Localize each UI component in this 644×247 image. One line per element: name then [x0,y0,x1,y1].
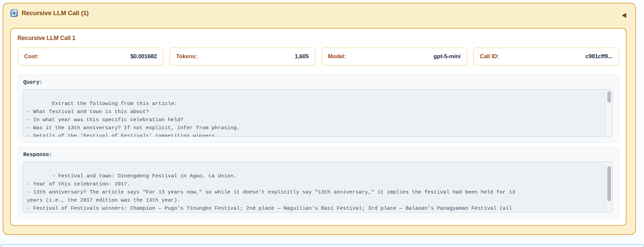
stats-row: Cost: $0.001682 Tokens: 1,605 Model: gpt… [17,47,619,66]
stat-label: Cost: [24,53,38,60]
response-text-box[interactable]: - Festival and town: Dinengdeng Festival… [23,162,613,213]
stat-label: Tokens: [176,53,197,60]
stat-card-model: Model: gpt-5-mini [321,47,467,66]
query-scrollbar-thumb[interactable] [607,91,611,103]
query-section: Query: Extract the following from this a… [17,74,619,143]
query-label: Query: [23,79,613,85]
query-scrollbar-track[interactable] [606,90,612,137]
response-section: Response: - Festival and town: Dinengden… [17,147,619,218]
stat-value: 1,605 [295,53,309,60]
next-section-top-edge [0,244,644,247]
stat-label: Call ID: [480,53,499,60]
panel-title: Recursive LLM Call (1) [22,9,88,17]
stat-value: c981cff9... [585,53,612,60]
refresh-icon [10,9,18,17]
stat-label: Model: [328,53,346,60]
stat-card-cost: Cost: $0.001682 [17,47,164,66]
stat-value: $0.001682 [131,53,157,60]
stat-value: gpt-5-mini [434,53,461,60]
panel-header[interactable]: Recursive LLM Call (1) [3,3,635,23]
llm-call-card: Recursive LLM Call 1 Cost: $0.001682 Tok… [10,28,627,226]
response-label: Response: [23,152,613,158]
query-text-box[interactable]: Extract the following from this article:… [23,89,613,137]
stat-card-call-id: Call ID: c981cff9... [473,47,619,66]
response-scrollbar-thumb[interactable] [607,166,611,201]
call-card-title: Recursive LLM Call 1 [17,35,619,42]
recursive-llm-call-panel: Recursive LLM Call (1) Recursive LLM Cal… [3,3,636,235]
response-text: - Festival and town: Dinengdeng Festival… [27,173,515,213]
collapse-icon[interactable] [622,13,626,18]
stat-card-tokens: Tokens: 1,605 [169,47,315,66]
response-scrollbar-track[interactable] [606,162,612,212]
query-text: Extract the following from this article:… [27,101,240,137]
